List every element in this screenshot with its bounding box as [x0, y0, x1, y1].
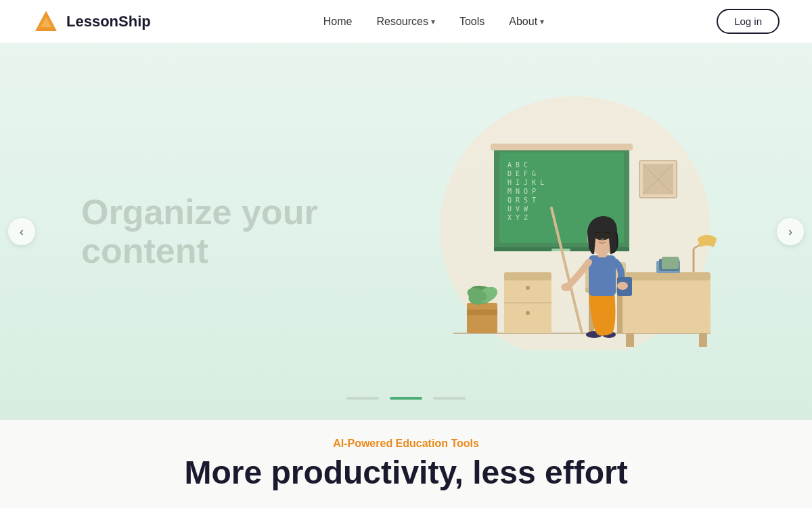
chevron-right-icon: ›: [788, 225, 792, 239]
section-tag: AI-Powered Education Tools: [333, 438, 479, 450]
svg-point-50: [561, 283, 572, 291]
logo[interactable]: LessonShip: [32, 8, 151, 35]
hero-image: A B C D E F G H I J K L M N O P Q R S T …: [338, 93, 812, 371]
login-button[interactable]: Log in: [717, 9, 780, 34]
svg-rect-24: [699, 333, 707, 347]
svg-rect-23: [626, 333, 634, 347]
slider-dots: [346, 397, 466, 400]
teacher-illustration: A B C D E F G H I J K L M N O P Q R S T …: [426, 93, 724, 350]
about-chevron-icon: ▾: [540, 17, 544, 26]
svg-text:D E F G: D E F G: [508, 170, 536, 177]
svg-point-38: [526, 286, 530, 290]
svg-point-52: [617, 282, 628, 290]
slider-prev-button[interactable]: ‹: [8, 218, 35, 245]
slide-dot-3[interactable]: [433, 397, 466, 400]
svg-point-39: [526, 311, 530, 315]
svg-rect-49: [589, 255, 616, 296]
hero-content: Organize your content: [0, 193, 338, 270]
svg-rect-27: [662, 257, 679, 269]
svg-text:M N O P: M N O P: [508, 188, 536, 195]
nav-about[interactable]: About ▾: [509, 16, 544, 28]
svg-rect-22: [623, 272, 710, 280]
hero-title: Organize your content: [81, 193, 338, 270]
slide-dot-2[interactable]: [390, 397, 422, 400]
chevron-left-icon: ‹: [20, 225, 24, 239]
svg-text:X Y Z: X Y Z: [508, 214, 528, 221]
svg-rect-33: [617, 293, 623, 333]
resources-chevron-icon: ▾: [431, 17, 435, 26]
nav-links: Home Resources ▾ Tools About ▾: [323, 16, 544, 28]
svg-rect-36: [504, 272, 551, 280]
svg-text:U V W: U V W: [508, 205, 528, 213]
svg-point-55: [596, 235, 600, 238]
slide-dot-1[interactable]: [346, 397, 379, 400]
svg-rect-41: [467, 310, 497, 315]
navbar: LessonShip Home Resources ▾ Tools About …: [0, 0, 812, 43]
bottom-section: AI-Powered Education Tools More producti…: [0, 420, 812, 508]
svg-text:H I J K L: H I J K L: [508, 179, 544, 186]
nav-resources[interactable]: Resources ▾: [376, 16, 434, 28]
slider-next-button[interactable]: ›: [777, 218, 804, 245]
logo-text: LessonShip: [66, 13, 151, 30]
nav-home[interactable]: Home: [323, 16, 353, 28]
svg-point-56: [606, 235, 609, 238]
svg-rect-16: [491, 144, 633, 150]
hero-section: Organize your content A B C D E F G H I …: [0, 43, 812, 420]
section-heading: More productivity, less effort: [184, 455, 627, 491]
svg-rect-40: [467, 303, 497, 333]
svg-rect-21: [623, 272, 710, 333]
logo-icon: [32, 8, 60, 35]
svg-text:A B C: A B C: [508, 161, 528, 169]
svg-text:Q R S T: Q R S T: [508, 196, 536, 204]
nav-tools[interactable]: Tools: [459, 16, 484, 28]
